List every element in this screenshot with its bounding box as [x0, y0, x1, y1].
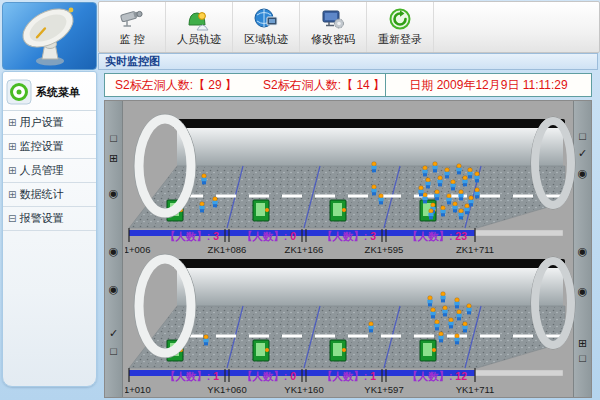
grid-icon: ⊞: [105, 152, 122, 164]
section-count-label: 【人数】: 3: [165, 230, 219, 242]
person-marker: [371, 185, 376, 196]
tunnel-ceiling-band: [173, 119, 565, 128]
person-marker: [371, 162, 376, 173]
person-marker: [462, 176, 467, 187]
monitor-button-label: 监 控: [119, 32, 144, 47]
section-count-label: 【人数】: 1: [322, 370, 376, 382]
expand-plus-icon[interactable]: ⊞: [8, 165, 16, 176]
sidebar: 系统菜单 ⊞用户设置 ⊞监控设置 ⊞人员管理 ⊞数据统计 ⊟报警设置: [2, 71, 97, 387]
square-icon: □: [105, 132, 122, 144]
station-label: YK1+597: [364, 384, 403, 395]
reader-device: [253, 200, 269, 221]
camera-dome-icon: ◉: [105, 245, 122, 257]
camera-dome-icon: ◉: [105, 187, 122, 199]
person-marker: [456, 164, 461, 175]
coverage-bar-rest: [475, 230, 563, 236]
tunnel-wall: [177, 268, 563, 306]
section-count-label: 【人数】: 3: [322, 230, 376, 242]
person-marker: [378, 194, 383, 205]
relogin-button-label: 重新登录: [378, 32, 422, 47]
person-marker: [446, 194, 451, 205]
sidebar-item-label: 监控设置: [19, 140, 63, 152]
right-tunnel-count: S2标右洞人数:【 14 】: [263, 77, 385, 94]
sidebar-header: 系统菜单: [3, 72, 96, 111]
left-tunnel-count: S2标左洞人数:【 29 】: [115, 77, 237, 94]
person-marker: [442, 306, 447, 317]
sidebar-item-label: 人员管理: [19, 164, 63, 176]
person-marker: [428, 209, 433, 220]
person-marker: [437, 176, 442, 187]
tunnel-wall: [177, 128, 563, 166]
person-marker: [434, 190, 439, 201]
globe-icon: [254, 7, 278, 31]
expand-plus-icon[interactable]: ⊞: [8, 117, 16, 128]
satellite-dish-icon: [3, 3, 96, 69]
square-icon: □: [105, 345, 122, 357]
monitor-panel: □⊞◉◉◉✓□ □✓◉◉◉⊞□: [104, 100, 592, 398]
change-password-button[interactable]: 修改密码: [300, 2, 367, 52]
person-marker: [454, 298, 459, 309]
person-marker: [458, 209, 463, 220]
person-marker: [464, 204, 469, 215]
expand-plus-icon[interactable]: ⊞: [8, 189, 16, 200]
person-marker: [201, 174, 206, 185]
sidebar-item-alarm-settings[interactable]: ⊟报警设置: [3, 207, 96, 231]
person-marker: [467, 168, 472, 179]
toolbar: 监 控 人员轨迹 区域轨迹 修改密码: [98, 1, 600, 53]
person-marker: [440, 292, 445, 303]
person-marker: [454, 334, 459, 345]
personnel-track-button[interactable]: 人员轨迹: [166, 2, 233, 52]
system-menu-icon: [6, 79, 32, 105]
camera-dome-icon: ◉: [105, 283, 122, 295]
person-marker: [440, 206, 445, 217]
left-tunnel-diagram: 【人数】: 3 【人数】: 0 【人数】: 3 【人数】: 23ZK1+006Z…: [125, 106, 577, 256]
person-marker: [468, 196, 473, 207]
area-track-button[interactable]: 区域轨迹: [233, 2, 300, 52]
section-count-label: 【人数】: 0: [242, 370, 296, 382]
reader-device: [420, 340, 436, 361]
sidebar-item-label: 数据统计: [19, 188, 63, 200]
relogin-button[interactable]: 重新登录: [367, 2, 434, 52]
date-time: 日期 2009年12月9日 11:11:29: [385, 74, 591, 96]
section-count-label: 【人数】: 23: [407, 230, 467, 242]
section-count-label: 【人数】: 1: [165, 370, 219, 382]
section-count-label: 【人数】: 12: [407, 370, 467, 382]
sidebar-item-label: 报警设置: [19, 212, 63, 224]
tab-realtime-monitor[interactable]: 实时监控图: [98, 53, 598, 70]
sidebar-item-personnel-management[interactable]: ⊞人员管理: [3, 159, 96, 183]
station-label: YK1+160: [284, 384, 323, 395]
person-marker: [418, 186, 423, 197]
person-marker: [434, 320, 439, 331]
expand-minus-icon[interactable]: ⊟: [8, 213, 16, 224]
person-marker: [450, 180, 455, 191]
person-marker: [458, 190, 463, 201]
person-marker: [430, 308, 435, 319]
personnel-track-button-label: 人员轨迹: [177, 32, 221, 47]
monitor-lock-icon: [321, 7, 345, 31]
person-marker: [466, 304, 471, 315]
right-tunnel-diagram: 【人数】: 1 【人数】: 0 【人数】: 1 【人数】: 12YK1+010Y…: [125, 246, 577, 396]
reader-device: [330, 340, 346, 361]
person-marker: [456, 310, 461, 321]
person-marker: [422, 166, 427, 177]
person-marker: [444, 168, 449, 179]
sidebar-item-user-settings[interactable]: ⊞用户设置: [3, 111, 96, 135]
reader-device: [253, 340, 269, 361]
person-marker: [212, 197, 217, 208]
change-password-button-label: 修改密码: [311, 32, 355, 47]
tunnel-ceiling-band: [173, 259, 565, 268]
coverage-bar-rest: [475, 370, 563, 376]
person-marker: [203, 335, 208, 346]
section-count-label: 【人数】: 0: [242, 230, 296, 242]
tunnel-counts: S2标左洞人数:【 29 】 S2标右洞人数:【 14 】: [105, 77, 385, 94]
sidebar-item-data-statistics[interactable]: ⊞数据统计: [3, 183, 96, 207]
expand-plus-icon[interactable]: ⊞: [8, 141, 16, 152]
sidebar-item-monitor-settings[interactable]: ⊞监控设置: [3, 135, 96, 159]
station-label: YK1+711: [456, 384, 495, 395]
person-marker: [368, 322, 373, 333]
sidebar-item-label: 用户设置: [19, 116, 63, 128]
monitor-button[interactable]: 监 控: [99, 2, 166, 52]
person-marker: [199, 202, 204, 213]
person-marker: [452, 202, 457, 213]
reader-device: [330, 200, 346, 221]
